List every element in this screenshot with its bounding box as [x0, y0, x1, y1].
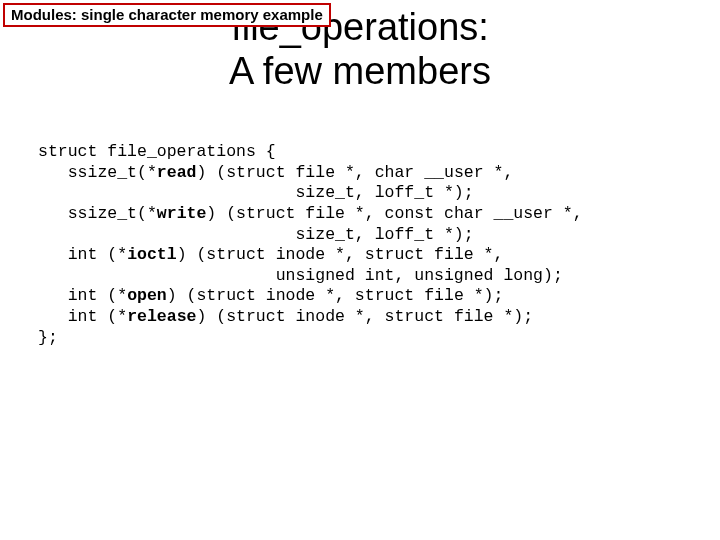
code-line: };: [38, 328, 58, 347]
code-line: ) (struct inode *, struct file *,: [177, 245, 504, 264]
code-line: int (*: [38, 307, 127, 326]
code-line: ) (struct file *, char __user *,: [196, 163, 513, 182]
code-line: unsigned int, unsigned long);: [38, 266, 563, 285]
code-line: struct file_operations {: [38, 142, 276, 161]
code-line: ) (struct inode *, struct file *);: [196, 307, 533, 326]
code-line: ssize_t(*: [38, 163, 157, 182]
code-line: int (*: [38, 286, 127, 305]
code-line: size_t, loff_t *);: [38, 183, 474, 202]
code-line: int (*: [38, 245, 127, 264]
code-line: ssize_t(*: [38, 204, 157, 223]
code-keyword-read: read: [157, 163, 197, 182]
code-line: size_t, loff_t *);: [38, 225, 474, 244]
module-tag: Modules: single character memory example: [3, 3, 331, 27]
code-line: ) (struct inode *, struct file *);: [167, 286, 504, 305]
code-keyword-open: open: [127, 286, 167, 305]
code-keyword-release: release: [127, 307, 196, 326]
code-line: ) (struct file *, const char __user *,: [206, 204, 582, 223]
code-keyword-write: write: [157, 204, 207, 223]
title-line-2: A few members: [229, 50, 491, 92]
code-block: struct file_operations { ssize_t(*read) …: [38, 121, 720, 348]
code-keyword-ioctl: ioctl: [127, 245, 177, 264]
